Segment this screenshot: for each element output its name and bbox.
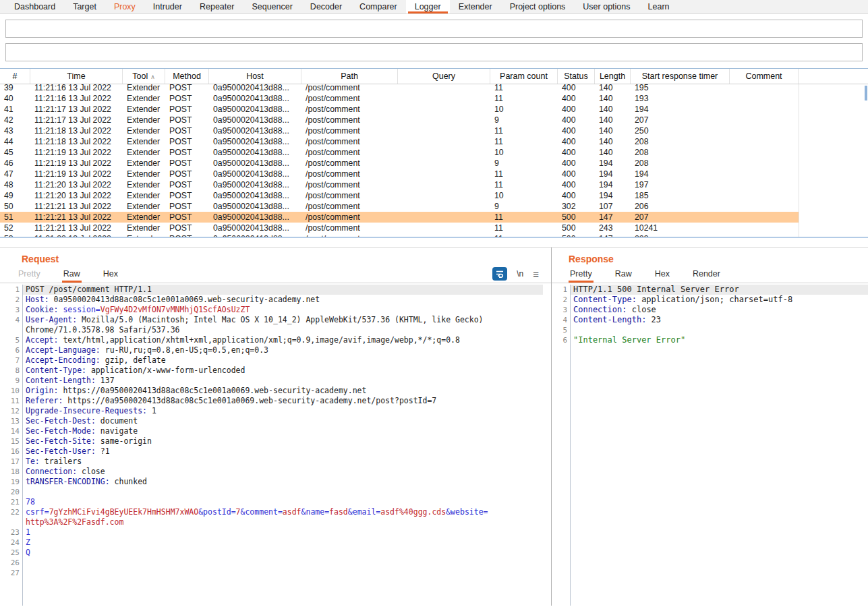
cell-host: 0a9500020413d88... [209,147,301,158]
line-number: 5 [552,325,571,335]
editor-menu-icon[interactable]: ≡ [533,269,539,279]
cell-params: 11 [490,125,558,136]
column-header-number[interactable]: # [0,69,30,84]
editor-tab-hex[interactable]: Hex [654,269,671,283]
line-number: 6 [552,335,571,345]
cell-num: 52 [0,223,30,233]
tab-dashboard[interactable]: Dashboard [5,0,64,13]
editor-line: 20 [4,487,543,497]
column-header-method[interactable]: Method [165,69,209,84]
column-header-start-response-timer[interactable]: Start response timer [631,69,730,84]
editor-line: 27 [4,568,543,578]
table-row[interactable]: 4011:21:16 13 Jul 2022ExtenderPOST0a9500… [0,93,799,104]
cell-params: 11 [490,93,558,104]
cell-comment [730,233,799,237]
tab-extender[interactable]: Extender [450,0,501,13]
cell-length: 140 [595,115,631,125]
editor-tab-hex[interactable]: Hex [102,269,119,283]
newline-chars-icon[interactable]: \n [517,269,523,279]
column-header-host[interactable]: Host [209,69,301,84]
cell-comment [730,179,799,190]
request-editor[interactable]: 1POST /post/comment HTTP/1.12Host: 0a950… [4,283,543,606]
column-header-status[interactable]: Status [558,69,595,84]
word-wrap-icon[interactable] [492,267,507,281]
table-row[interactable]: 4711:21:19 13 Jul 2022ExtenderPOST0a9500… [0,169,799,179]
line-text [23,487,543,497]
cell-comment [730,125,799,136]
cell-tool: Extender [123,158,165,169]
column-header-time[interactable]: Time [30,69,123,84]
cell-query [398,233,490,237]
tab-learn[interactable]: Learn [639,0,678,13]
column-header-tool[interactable]: Tool∧ [123,69,165,84]
capture-filter-bar[interactable]: Capture filter: Logger memory limit set … [5,20,863,38]
table-scrollbar[interactable] [865,86,867,100]
line-number: 22 [4,507,23,517]
editor-line: 24Z [4,538,543,548]
cell-num: 47 [0,169,30,179]
editor-tab-pretty[interactable]: Pretty [569,269,594,283]
editor-tab-raw[interactable]: Raw [614,269,633,283]
response-editor[interactable]: 1HTTP/1.1 500 Internal Server Error2Cont… [552,283,868,606]
line-text: Sec-Fetch-Dest: document [23,416,543,426]
editor-tab-raw[interactable]: Raw [62,269,82,283]
table-row[interactable]: 4511:21:19 13 Jul 2022ExtenderPOST0a9500… [0,147,799,158]
cell-comment [730,104,799,115]
table-row[interactable]: 5111:21:21 13 Jul 2022ExtenderPOST0a9500… [0,212,799,223]
table-row[interactable]: 5011:21:21 13 Jul 2022ExtenderPOST0a9500… [0,201,799,212]
table-row[interactable]: 4811:21:20 13 Jul 2022ExtenderPOST0a9500… [0,179,799,190]
editor-tab-pretty[interactable]: Pretty [17,269,42,283]
table-row[interactable]: 4611:21:19 13 Jul 2022ExtenderPOST0a9500… [0,158,799,169]
cell-status: 500 [558,223,595,233]
cell-comment [730,136,799,147]
tab-decoder[interactable]: Decoder [301,0,351,13]
editor-line: 18Connection: close [4,467,543,477]
cell-length: 194 [595,179,631,190]
cell-method: POST [165,201,209,212]
column-header-length[interactable]: Length [595,69,631,84]
table-row[interactable]: 4411:21:18 13 Jul 2022ExtenderPOST0a9500… [0,136,799,147]
table-row[interactable]: 4911:21:20 13 Jul 2022ExtenderPOST0a9500… [0,190,799,201]
tab-project-options[interactable]: Project options [501,0,575,13]
cell-status: 400 [558,169,595,179]
line-text: 78 [23,497,543,507]
table-row[interactable]: 4111:21:17 13 Jul 2022ExtenderPOST0a9500… [0,104,799,115]
cell-tool: Extender [123,115,165,125]
tab-comparer[interactable]: Comparer [351,0,406,13]
table-row[interactable]: 4211:21:17 13 Jul 2022ExtenderPOST0a9500… [0,115,799,125]
view-filter-bar[interactable]: View filter: Showing all items [5,43,863,61]
tab-intruder[interactable]: Intruder [144,0,191,13]
cell-path: /post/comment [301,158,398,169]
tab-target[interactable]: Target [64,0,105,13]
cell-comment [730,169,799,179]
cell-tool: Extender [123,136,165,147]
cell-length: 140 [595,136,631,147]
tab-proxy[interactable]: Proxy [105,0,144,13]
line-text: Accept-Language: ru-RU,ru;q=0.8,en-US;q=… [23,345,543,355]
message-editors: Request PrettyRawHex \n ≡ 1POST /post/co… [0,247,868,606]
editor-line: 2Host: 0a9500020413d88ac08c5c1e001a0069.… [4,295,543,305]
cell-query [398,115,490,125]
column-header-comment[interactable]: Comment [730,69,799,84]
table-row[interactable]: 5211:21:21 13 Jul 2022ExtenderPOST0a9500… [0,223,799,233]
cell-path: /post/comment [301,212,398,223]
cell-host: 0a9500020413d88... [209,233,301,237]
cell-host: 0a9500020413d88... [209,158,301,169]
table-row[interactable]: 5311:21:22 13 Jul 2022ExtenderPOST0a9500… [0,233,799,237]
tab-user-options[interactable]: User options [574,0,639,13]
table-row[interactable]: 4311:21:18 13 Jul 2022ExtenderPOST0a9500… [0,125,799,136]
editor-line: 9Content-Length: 137 [4,376,543,386]
line-text: Q [23,548,543,558]
column-header-path[interactable]: Path [301,69,398,84]
editor-tab-render[interactable]: Render [691,269,722,283]
tab-repeater[interactable]: Repeater [191,0,243,13]
column-header-query[interactable]: Query [398,69,490,84]
editor-line: 3Cookie: session=VgFWy4D2vMfON7vMNMhjQ1S… [4,305,543,315]
cell-method: POST [165,179,209,190]
tab-sequencer[interactable]: Sequencer [243,0,301,13]
tab-logger[interactable]: Logger [406,0,450,13]
column-header-param-count[interactable]: Param count [490,69,558,84]
table-row[interactable]: 3911:21:16 13 Jul 2022ExtenderPOST0a9500… [0,84,799,93]
editor-line: 8Content-Type: application/x-www-form-ur… [4,366,543,376]
request-editor-icons: \n ≡ [492,267,539,283]
